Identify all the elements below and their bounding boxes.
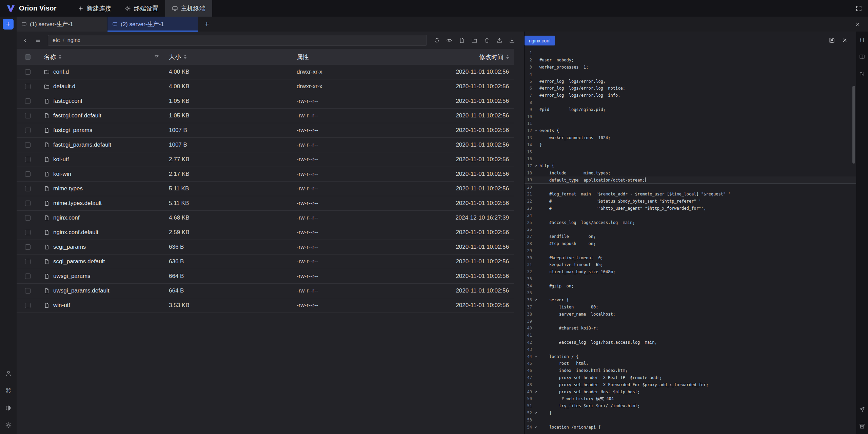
file-name[interactable]: fastcgi_params.default: [53, 141, 111, 148]
tab-0[interactable]: (1) server-生产-1: [17, 17, 107, 32]
editor-line[interactable]: 46 index index.html index.htm;: [525, 367, 856, 374]
file-name[interactable]: uwsgi_params.default: [53, 287, 109, 294]
editor-line[interactable]: 5 #error_log logs/error.log;: [525, 78, 856, 85]
menu-item-2[interactable]: 主机终端: [165, 0, 212, 17]
editor-line[interactable]: 54 location /orion/api {: [525, 423, 856, 431]
row-checkbox[interactable]: [25, 128, 31, 133]
editor-line[interactable]: 42 #access_log logs/host.access.log main…: [525, 339, 856, 346]
editor-line[interactable]: 38 server_name localhost;: [525, 310, 856, 318]
editor-line[interactable]: 18 include mime.types;: [525, 170, 856, 177]
file-name[interactable]: conf.d: [53, 69, 69, 75]
new-tab-button[interactable]: +: [201, 18, 213, 30]
file-row[interactable]: win-utf 3.53 KB -rw-r--r-- 2020-11-01 10…: [17, 298, 514, 313]
command-icon[interactable]: ⌘: [4, 386, 13, 395]
select-all-checkbox[interactable]: [25, 54, 31, 60]
file-row[interactable]: uwsgi_params 664 B -rw-r--r-- 2020-11-01…: [17, 269, 514, 284]
editor-line[interactable]: 49 proxy_set_header Host $http_host;: [525, 388, 856, 395]
editor-line[interactable]: 25 #access_log logs/access.log main;: [525, 219, 856, 226]
sort-switch-icon[interactable]: [858, 70, 866, 78]
editor-line[interactable]: 28 #tcp_nopush on;: [525, 240, 856, 247]
editor-line[interactable]: 31 keepalive_timeout 65;: [525, 261, 856, 268]
file-row[interactable]: koi-win 2.17 KB -rw-r--r-- 2020-11-01 10…: [17, 167, 514, 182]
editor-line[interactable]: 37 listen 80;: [525, 304, 856, 311]
editor-line[interactable]: 4: [525, 71, 856, 78]
editor-line[interactable]: 7 #error_log logs/error.log info;: [525, 92, 856, 99]
row-checkbox[interactable]: [25, 171, 31, 177]
file-name[interactable]: fastcgi.conf.default: [53, 112, 101, 119]
editor-line[interactable]: 1: [525, 50, 856, 57]
preview-eye-icon[interactable]: [444, 35, 455, 46]
file-row[interactable]: nginx.conf 4.68 KB -rw-r--r-- 2024-12-10…: [17, 211, 514, 225]
fold-chevron-icon[interactable]: [532, 411, 539, 415]
file-row[interactable]: fastcgi.conf.default 1.05 KB -rw-r--r-- …: [17, 109, 514, 123]
editor-line[interactable]: 44 location / {: [525, 353, 856, 360]
file-row[interactable]: scgi_params 636 B -rw-r--r-- 2020-11-01 …: [17, 240, 514, 254]
editor-line[interactable]: 35: [525, 289, 856, 297]
fold-chevron-icon[interactable]: [532, 390, 539, 394]
open-file-badge[interactable]: nginx.conf: [525, 36, 555, 45]
editor-line[interactable]: 43: [525, 346, 856, 353]
editor-line[interactable]: 13 worker_connections 1024;: [525, 134, 856, 141]
code-braces-icon[interactable]: {}: [858, 36, 866, 44]
breadcrumb-item[interactable]: nginx: [67, 37, 80, 43]
editor-line[interactable]: 6 #error_log logs/error.log notice;: [525, 85, 856, 92]
editor-line[interactable]: 16: [525, 155, 856, 163]
row-checkbox[interactable]: [25, 98, 31, 104]
row-checkbox[interactable]: [25, 142, 31, 148]
editor-line[interactable]: 17 http {: [525, 163, 856, 170]
new-file-icon[interactable]: [456, 35, 467, 46]
upload-icon[interactable]: [494, 35, 505, 46]
user-icon[interactable]: [4, 369, 13, 377]
editor-line[interactable]: 11: [525, 120, 856, 127]
header-size[interactable]: 大小: [169, 53, 297, 61]
row-checkbox[interactable]: [25, 215, 31, 221]
close-all-icon[interactable]: [852, 19, 863, 29]
editor-line[interactable]: 24: [525, 212, 856, 219]
filter-icon[interactable]: [154, 54, 159, 60]
editor-line[interactable]: 30 #keepalive_timeout 0;: [525, 254, 856, 261]
back-button[interactable]: [20, 35, 31, 46]
editor-line[interactable]: 3 worker_processes 1;: [525, 64, 856, 71]
file-name[interactable]: scgi_params: [53, 244, 86, 250]
breadcrumb-item[interactable]: etc: [53, 37, 60, 43]
editor-line[interactable]: 2 #user nobody;: [525, 57, 856, 64]
brand[interactable]: Orion Visor: [6, 4, 57, 13]
editor-line[interactable]: 53: [525, 416, 856, 423]
editor-line[interactable]: 50 # web history 模式 404: [525, 395, 856, 402]
fold-chevron-icon[interactable]: [532, 355, 539, 358]
download-icon[interactable]: [507, 35, 517, 46]
sort-mtime[interactable]: [506, 55, 509, 59]
editor-line[interactable]: 39: [525, 318, 856, 325]
row-checkbox[interactable]: [25, 288, 31, 294]
editor-line[interactable]: 48 proxy_set_header X-Forwarded-For $pro…: [525, 381, 856, 388]
fold-chevron-icon[interactable]: [532, 298, 539, 302]
sort-name[interactable]: [59, 55, 61, 59]
new-folder-icon[interactable]: [469, 35, 480, 46]
file-row[interactable]: fastcgi.conf 1.05 KB -rw-r--r-- 2020-11-…: [17, 94, 514, 109]
fullscreen-icon[interactable]: [853, 3, 865, 14]
row-checkbox[interactable]: [25, 113, 31, 118]
editor-line[interactable]: 27 sendfile on;: [525, 233, 856, 240]
code-editor[interactable]: 1 2 #user nobody; 3 worker_processes 1; …: [525, 49, 856, 434]
editor-line[interactable]: 12 events {: [525, 127, 856, 134]
file-row[interactable]: mime.types 5.11 KB -rw-r--r-- 2020-11-01…: [17, 182, 514, 196]
theme-icon[interactable]: [4, 404, 13, 412]
row-checkbox[interactable]: [25, 273, 31, 279]
settings-icon[interactable]: [4, 421, 13, 429]
file-row[interactable]: mime.types.default 5.11 KB -rw-r--r-- 20…: [17, 196, 514, 211]
row-checkbox[interactable]: [25, 157, 31, 162]
header-mtime[interactable]: 修改时间: [439, 53, 514, 61]
editor-scrollbar-thumb[interactable]: [852, 86, 855, 164]
editor-line[interactable]: 8: [525, 99, 856, 106]
file-name[interactable]: fastcgi.conf: [53, 98, 82, 105]
file-row[interactable]: koi-utf 2.77 KB -rw-r--r-- 2020-11-01 10…: [17, 152, 514, 167]
file-name[interactable]: koi-utf: [53, 156, 69, 163]
editor-line[interactable]: 34 #gzip on;: [525, 282, 856, 289]
layout-panel-icon[interactable]: [858, 53, 866, 61]
file-row[interactable]: default.d 4.00 KB drwxr-xr-x 2020-11-01 …: [17, 79, 514, 94]
editor-line[interactable]: 20: [525, 184, 856, 191]
row-checkbox[interactable]: [25, 259, 31, 264]
row-checkbox[interactable]: [25, 303, 31, 308]
editor-line[interactable]: 19 default_type application/octet-stream…: [525, 176, 856, 184]
file-name[interactable]: win-utf: [53, 302, 70, 309]
